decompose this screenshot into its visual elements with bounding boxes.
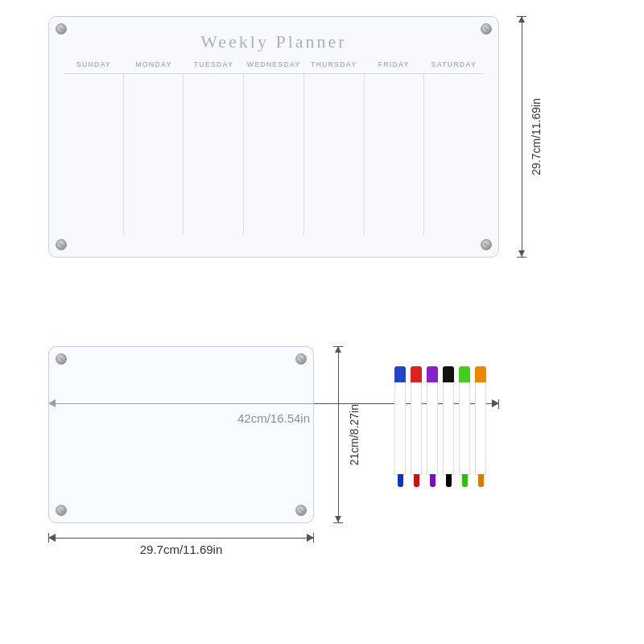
arrow-bottom-small [335,516,341,522]
marker-body-blue [394,382,406,475]
marker-black [443,366,454,487]
marker-tip-blue [398,474,403,487]
marker-tip-red [414,474,419,487]
v-dim-line-small [338,346,339,523]
small-screw-bottom-right [295,505,307,516]
marker-blue [394,366,406,487]
v-dim-line-large [522,16,522,258]
marker-tip-orange [478,474,484,487]
arrow-left-small [48,534,56,542]
day-label-tuesday: TUESDAY [184,60,244,74]
small-board [48,346,314,523]
day-label-friday: FRIDAY [364,60,424,74]
marker-cap-red [411,366,422,382]
small-screw-top-left [56,353,67,365]
arrow-top-large [518,16,525,23]
day-label-sunday: SUNDAY [64,60,124,74]
marker-orange [475,366,486,487]
marker-cap-blue [394,366,406,382]
marker-green [459,366,470,487]
large-board: Weekly Planner SUNDAYMONDAYTUESDAYWEDNES… [48,16,499,258]
marker-body-orange [475,382,486,475]
arrow-right-small [307,534,314,542]
day-col-saturday [424,74,484,235]
day-col-monday [124,74,184,235]
small-board-area [48,346,314,523]
h-dim-line-small [48,538,314,539]
day-col-wednesday [244,74,304,235]
days-header: SUNDAYMONDAYTUESDAYWEDNESDAYTHURSDAYFRID… [64,60,484,74]
marker-tip-black [446,474,452,487]
screw-top-left [56,23,67,35]
page-container: Weekly Planner SUNDAYMONDAYTUESDAYWEDNES… [0,0,644,644]
marker-cap-black [443,366,454,382]
day-label-wednesday: WEDNESDAY [244,60,304,74]
marker-red [411,366,422,487]
arrow-right-large [492,399,499,407]
marker-body-green [459,382,470,475]
height-dim-label-small: 21cm/8.27in [348,404,361,465]
screw-bottom-left [56,239,67,250]
marker-body-purple [427,382,438,475]
marker-cap-green [459,366,470,382]
arrow-bottom-large [518,250,525,257]
marker-body-red [411,382,422,475]
day-col-thursday [304,74,365,235]
day-col-friday [365,74,425,235]
marker-tip-green [462,474,468,487]
day-label-thursday: THURSDAY [303,60,364,74]
small-screw-top-right [295,353,307,365]
marker-cap-purple [427,366,438,382]
screw-top-right [481,23,492,35]
day-label-monday: MONDAY [124,60,184,74]
marker-body-black [443,382,454,475]
large-board-area: Weekly Planner SUNDAYMONDAYTUESDAYWEDNES… [48,16,499,258]
day-lines-area [64,74,484,235]
markers-container [394,366,486,487]
day-col-tuesday [184,74,244,235]
day-label-saturday: SATURDAY [423,60,484,74]
day-col-sunday [64,74,124,235]
screw-bottom-right [481,239,492,250]
arrow-top-small [335,346,341,353]
marker-cap-orange [475,366,486,382]
small-screw-bottom-left [56,505,67,516]
width-dim-label-small: 29.7cm/11.69in [48,543,314,556]
marker-tip-purple [430,474,436,487]
tick-bottom-small [333,522,343,523]
board-title: Weekly Planner [49,17,498,52]
tick-bottom-large [517,257,526,258]
height-dim-label-large: 29.7cm/11.69in [530,98,543,175]
marker-purple [427,366,438,487]
